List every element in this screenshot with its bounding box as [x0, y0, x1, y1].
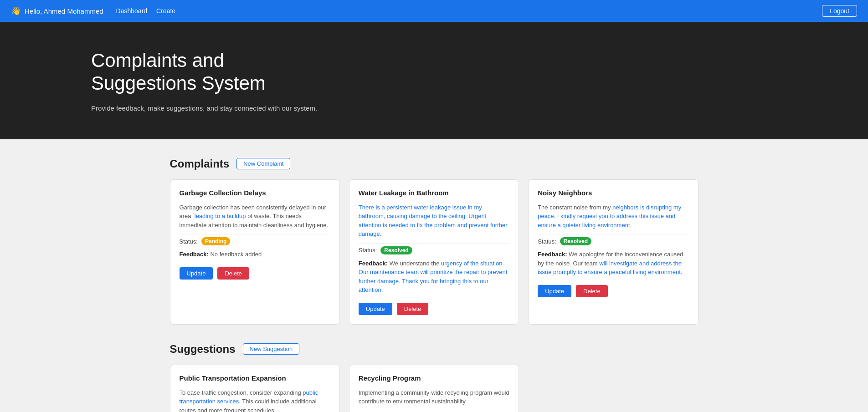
create-link[interactable]: Create: [156, 7, 175, 15]
complaint-1-actions: Update Delete: [180, 267, 330, 280]
complaint-2-description: There is a persistent water leakage issu…: [359, 203, 509, 239]
suggestion-2-description: Implementing a community-wide recycling …: [359, 388, 509, 406]
suggestion-card-2: Recycling Program Implementing a communi…: [349, 365, 519, 412]
greeting-emoji: 👋: [11, 6, 21, 16]
main-content: Complaints New Complaint Garbage Collect…: [161, 139, 708, 412]
complaints-section-header: Complaints New Complaint: [170, 158, 699, 170]
complaint-1-status-badge: Pending: [201, 237, 230, 245]
navbar: 👋 Hello, Ahmed Mohammed Dashboard Create…: [0, 0, 868, 22]
complaint-3-update-button[interactable]: Update: [538, 285, 571, 297]
suggestions-grid: Public Transportation Expansion To ease …: [170, 365, 699, 412]
complaint-3-status-badge: Resolved: [560, 237, 591, 245]
complaint-card-1: Garbage Collection Delays Garbage collec…: [170, 179, 340, 325]
complaint-1-title: Garbage Collection Delays: [180, 189, 330, 197]
navbar-links: Dashboard Create: [116, 7, 176, 15]
logout-button[interactable]: Logout: [822, 5, 857, 17]
complaint-2-status-label: Status:: [359, 247, 377, 254]
dashboard-link[interactable]: Dashboard: [116, 7, 148, 15]
complaint-card-3: Noisy Neighbors The constant noise from …: [528, 179, 698, 325]
suggestion-1-title: Public Transportation Expansion: [180, 374, 330, 382]
complaint-3-feedback-label: Feedback:: [538, 251, 567, 258]
complaint-1-feedback: Feedback: No feedback added: [180, 250, 330, 259]
complaint-2-actions: Update Delete: [359, 303, 509, 315]
complaint-2-feedback-label: Feedback:: [359, 260, 388, 267]
complaint-2-status-row: Status: Resolved: [359, 243, 509, 254]
complaint-3-status-label: Status:: [538, 238, 556, 245]
complaint-1-status-row: Status: Pending: [180, 234, 330, 245]
complaints-heading: Complaints: [170, 158, 230, 170]
complaint-1-status-label: Status:: [180, 238, 198, 245]
complaint-2-update-button[interactable]: Update: [359, 303, 392, 315]
new-complaint-button[interactable]: New Complaint: [236, 158, 290, 169]
complaint-3-status-row: Status: Resolved: [538, 234, 688, 245]
complaint-1-feedback-text: No feedback added: [210, 251, 262, 258]
suggestions-section: Suggestions New Suggestion Public Transp…: [170, 343, 699, 412]
suggestion-card-1: Public Transportation Expansion To ease …: [170, 365, 340, 412]
complaint-2-feedback: Feedback: We understand the urgency of t…: [359, 259, 509, 295]
complaint-3-actions: Update Delete: [538, 285, 688, 297]
complaint-1-feedback-label: Feedback:: [180, 251, 209, 258]
complaint-3-description: The constant noise from my neighbors is …: [538, 203, 688, 230]
complaint-3-title: Noisy Neighbors: [538, 189, 688, 197]
suggestions-section-header: Suggestions New Suggestion: [170, 343, 699, 356]
hero-title: Complaints andSuggestions System: [91, 49, 777, 95]
complaint-1-description: Garbage collection has been consistently…: [180, 203, 330, 230]
suggestion-1-description: To ease traffic congestion, consider exp…: [180, 388, 330, 412]
suggestions-heading: Suggestions: [170, 343, 236, 356]
complaint-2-status-badge: Resolved: [380, 246, 412, 254]
complaint-3-delete-button[interactable]: Delete: [576, 285, 608, 297]
complaint-2-title: Water Leakage in Bathroom: [359, 189, 509, 197]
complaints-grid: Garbage Collection Delays Garbage collec…: [170, 179, 699, 325]
complaint-card-2: Water Leakage in Bathroom There is a per…: [349, 179, 519, 325]
complaint-3-feedback: Feedback: We apologize for the inconveni…: [538, 250, 688, 277]
navbar-brand: 👋 Hello, Ahmed Mohammed Dashboard Create: [11, 6, 822, 16]
new-suggestion-button[interactable]: New Suggestion: [243, 343, 300, 355]
complaint-1-update-button[interactable]: Update: [180, 267, 213, 280]
complaint-2-delete-button[interactable]: Delete: [397, 303, 429, 315]
suggestion-2-title: Recycling Program: [359, 374, 509, 382]
greeting-text: Hello, Ahmed Mohammed: [25, 7, 103, 15]
complaint-1-delete-button[interactable]: Delete: [217, 267, 249, 280]
hero-subtitle: Provide feedback, make suggestions, and …: [91, 104, 777, 112]
hero-section: Complaints andSuggestions System Provide…: [0, 22, 868, 139]
